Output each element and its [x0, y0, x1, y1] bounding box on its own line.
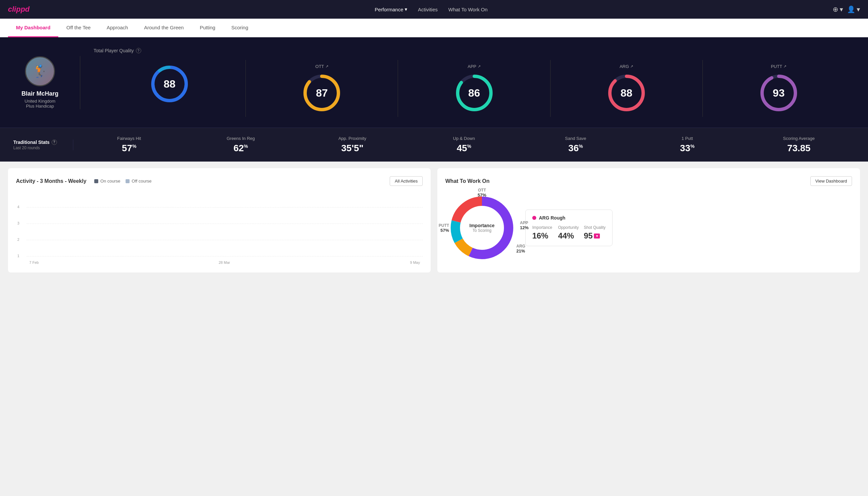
tab-bar: My Dashboard Off the Tee Approach Around… — [0, 19, 868, 37]
player-country: United Kingdom — [25, 98, 56, 104]
tab-putting[interactable]: Putting — [192, 19, 223, 37]
arg-donut-label: ARG 21% — [516, 244, 525, 253]
metrics-section: Total Player Quality ? 88 — [94, 48, 855, 117]
bar-group-2 — [85, 256, 111, 257]
metrics-title: Total Player Quality ? — [94, 48, 855, 53]
info-dot — [532, 216, 536, 220]
tab-scoring[interactable]: Scoring — [223, 19, 256, 37]
app-donut-label: APP 12% — [520, 220, 528, 230]
arg-arrow: ↗ — [630, 64, 633, 68]
view-dashboard-button[interactable]: View Dashboard — [810, 176, 852, 186]
putt-label: PUTT 57% — [439, 223, 449, 233]
down-arrow-icon: ▼ — [594, 233, 600, 238]
bar-group-3 — [114, 256, 140, 257]
chart-legend: On course Off course — [94, 179, 152, 184]
trad-stats-label: Traditional Stats ? Last 20 rounds — [13, 140, 73, 150]
arg-value: 88 — [620, 87, 632, 99]
info-card: ARG Rough Importance 16% Opportunity 44%… — [525, 210, 613, 246]
metric-app: APP ↗ 86 — [398, 60, 550, 117]
nav-right: ⊕ ▾ 👤 ▾ — [833, 5, 860, 13]
nav-performance[interactable]: Performance ▾ — [375, 6, 407, 12]
donut-wrapper: OTT 57% Importance — [445, 191, 519, 264]
arg-ring: 88 — [606, 73, 647, 113]
donut-area: OTT 57% Importance — [445, 191, 852, 264]
work-on-title: What To Work On — [445, 178, 490, 184]
stat-greens-in-reg: Greens In Reg 62% — [185, 136, 297, 154]
player-info: 🏌️ Blair McHarg United Kingdom Plus Hand… — [13, 56, 67, 109]
stat-up-down: Up & Down 45% — [408, 136, 520, 154]
metrics-row: 88 OTT ↗ 87 — [94, 60, 855, 117]
bottom-section: Activity - 3 Months - Weekly On course O… — [0, 161, 868, 279]
bar-group-10 — [310, 256, 336, 257]
help-icon[interactable]: ? — [136, 48, 141, 53]
bar-chart: 4 3 2 1 7 Feb 28 Mar 9 May — [16, 191, 423, 264]
info-metrics: Importance 16% Opportunity 44% Shot Qual… — [532, 225, 605, 241]
stats-row: Traditional Stats ? Last 20 rounds Fairw… — [0, 128, 868, 161]
activity-title: Activity - 3 Months - Weekly — [16, 178, 86, 184]
top-nav: clippd Performance ▾ Activities What To … — [0, 0, 868, 19]
x-labels: 7 Feb 28 Mar 9 May — [27, 261, 423, 264]
work-on-card: What To Work On View Dashboard OTT 57% — [437, 168, 860, 273]
stat-app-proximity: App. Proximity 35'5" — [297, 136, 408, 154]
info-shot-quality: Shot Quality 95 ▼ — [584, 225, 605, 241]
legend-off-course: Off course — [126, 179, 152, 184]
ott-value: 87 — [316, 87, 328, 99]
user-menu-button[interactable]: 👤 ▾ — [847, 5, 860, 13]
putt-ring: 93 — [759, 73, 799, 113]
stat-scoring-average: Scoring Average 73.85 — [743, 136, 855, 154]
tab-approach[interactable]: Approach — [99, 19, 136, 37]
player-name: Blair McHarg — [21, 90, 58, 97]
overall-value: 88 — [163, 78, 175, 90]
stat-sand-save: Sand Save 36% — [520, 136, 632, 154]
overall-ring: 88 — [149, 64, 190, 104]
metric-arg: ARG ↗ 88 — [551, 60, 703, 117]
metric-putt: PUTT ↗ 93 — [703, 60, 855, 117]
tab-around-the-green[interactable]: Around the Green — [136, 19, 191, 37]
info-opportunity: Opportunity 44% — [558, 225, 580, 241]
bars-area — [27, 191, 423, 257]
app-value: 86 — [468, 87, 480, 99]
tab-my-dashboard[interactable]: My Dashboard — [8, 19, 58, 37]
stat-fairways-hit: Fairways Hit 57% — [73, 136, 185, 154]
legend-on-course: On course — [94, 179, 120, 184]
putt-value: 93 — [773, 87, 785, 99]
nav-what-to-work-on[interactable]: What To Work On — [448, 7, 488, 12]
nav-links: Performance ▾ Activities What To Work On — [375, 6, 488, 12]
putt-arrow: ↗ — [784, 64, 786, 68]
add-button[interactable]: ⊕ ▾ — [833, 5, 843, 13]
app-arrow: ↗ — [478, 64, 480, 68]
app-ring: 86 — [454, 73, 494, 113]
stat-1-putt: 1 Putt 33% — [632, 136, 743, 154]
vertical-divider — [80, 56, 80, 109]
off-course-dot — [126, 179, 129, 183]
hero-section: 🏌️ Blair McHarg United Kingdom Plus Hand… — [0, 37, 868, 128]
donut-chart: Importance To Scoring — [445, 191, 519, 264]
on-course-dot — [94, 179, 98, 183]
ott-arrow: ↗ — [326, 64, 328, 68]
app-logo: clippd — [8, 5, 30, 14]
avatar: 🏌️ — [25, 56, 55, 86]
info-importance: Importance 16% — [532, 225, 554, 241]
nav-activities[interactable]: Activities — [418, 7, 438, 12]
metric-ott: OTT ↗ 87 — [246, 60, 398, 117]
dropdown-arrow: ▾ — [405, 6, 407, 12]
bar-group-1 — [57, 256, 83, 257]
tab-off-the-tee[interactable]: Off the Tee — [58, 19, 99, 37]
bar-group-8 — [254, 256, 280, 257]
activity-card: Activity - 3 Months - Weekly On course O… — [8, 168, 431, 273]
all-activities-button[interactable]: All Activities — [390, 176, 423, 186]
ott-ring: 87 — [302, 73, 342, 113]
trad-help-icon[interactable]: ? — [52, 140, 57, 145]
metric-overall: 88 — [94, 60, 246, 117]
donut-center: Importance To Scoring — [469, 223, 494, 233]
player-handicap: Plus Handicap — [26, 104, 54, 109]
